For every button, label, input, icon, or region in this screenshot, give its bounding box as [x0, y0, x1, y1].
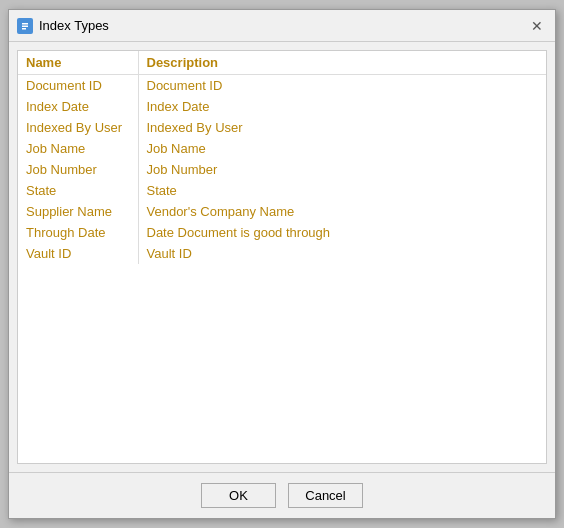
cell-description: Date Document is good through: [138, 222, 546, 243]
cell-name: Document ID: [18, 75, 138, 97]
index-types-table: Name Description Document IDDocument IDI…: [18, 51, 546, 264]
cell-name: Indexed By User: [18, 117, 138, 138]
title-bar: Index Types ✕: [9, 10, 555, 42]
table-container[interactable]: Name Description Document IDDocument IDI…: [17, 50, 547, 464]
table-row[interactable]: Supplier NameVendor's Company Name: [18, 201, 546, 222]
cell-name: Supplier Name: [18, 201, 138, 222]
cell-name: Index Date: [18, 96, 138, 117]
cell-name: State: [18, 180, 138, 201]
table-row[interactable]: Indexed By UserIndexed By User: [18, 117, 546, 138]
table-row[interactable]: Through DateDate Document is good throug…: [18, 222, 546, 243]
cell-description: Job Number: [138, 159, 546, 180]
index-types-dialog: Index Types ✕ Name Description Document …: [8, 9, 556, 519]
cell-name: Vault ID: [18, 243, 138, 264]
cell-description: Job Name: [138, 138, 546, 159]
svg-rect-3: [22, 28, 26, 30]
table-row[interactable]: StateState: [18, 180, 546, 201]
cell-description: Document ID: [138, 75, 546, 97]
column-header-description: Description: [138, 51, 546, 75]
dialog-content: Name Description Document IDDocument IDI…: [9, 42, 555, 472]
table-row[interactable]: Job NumberJob Number: [18, 159, 546, 180]
table-row[interactable]: Index DateIndex Date: [18, 96, 546, 117]
cell-name: Job Number: [18, 159, 138, 180]
ok-button[interactable]: OK: [201, 483, 276, 508]
svg-rect-2: [22, 25, 28, 27]
dialog-footer: OK Cancel: [9, 472, 555, 518]
dialog-icon: [17, 18, 33, 34]
cell-name: Job Name: [18, 138, 138, 159]
table-header-row: Name Description: [18, 51, 546, 75]
table-row[interactable]: Document IDDocument ID: [18, 75, 546, 97]
column-header-name: Name: [18, 51, 138, 75]
cell-description: State: [138, 180, 546, 201]
table-row[interactable]: Vault IDVault ID: [18, 243, 546, 264]
close-button[interactable]: ✕: [527, 16, 547, 36]
svg-rect-1: [22, 23, 28, 25]
table-row[interactable]: Job NameJob Name: [18, 138, 546, 159]
cell-description: Vault ID: [138, 243, 546, 264]
table-body: Document IDDocument IDIndex DateIndex Da…: [18, 75, 546, 265]
cell-description: Index Date: [138, 96, 546, 117]
cancel-button[interactable]: Cancel: [288, 483, 363, 508]
dialog-title: Index Types: [39, 18, 527, 33]
cell-name: Through Date: [18, 222, 138, 243]
cell-description: Indexed By User: [138, 117, 546, 138]
cell-description: Vendor's Company Name: [138, 201, 546, 222]
